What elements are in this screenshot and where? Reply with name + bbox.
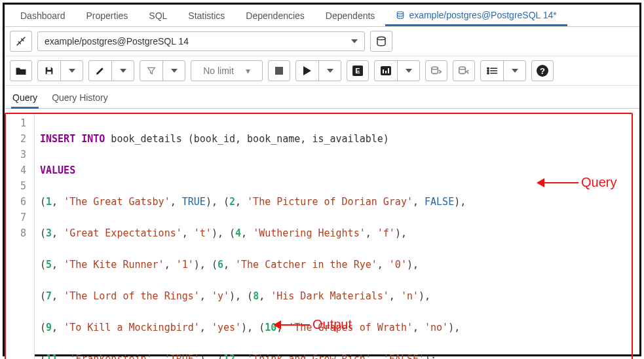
annotation-query: Query bbox=[537, 175, 616, 190]
tab-sql[interactable]: SQL bbox=[138, 7, 178, 25]
line-gutter: 1 2 3 4 5 6 7 8 bbox=[6, 114, 35, 359]
limit-label: No limit bbox=[203, 66, 234, 76]
macros-button[interactable] bbox=[481, 60, 503, 81]
tab-query[interactable]: Query bbox=[11, 90, 39, 109]
line-number: 3 bbox=[9, 147, 26, 162]
filter-icon bbox=[146, 66, 157, 76]
commit-button[interactable] bbox=[425, 60, 447, 81]
svg-point-10 bbox=[487, 73, 489, 74]
svg-point-5 bbox=[459, 67, 466, 69]
save-dropdown[interactable] bbox=[60, 60, 83, 81]
chevron-down-icon bbox=[351, 39, 358, 43]
database-rollback-icon bbox=[457, 66, 470, 76]
chevron-down-icon bbox=[512, 69, 518, 73]
line-number: 7 bbox=[9, 210, 26, 225]
connection-status-button[interactable] bbox=[10, 31, 32, 52]
annotation-output: Output bbox=[273, 317, 352, 332]
database-icon bbox=[375, 35, 387, 47]
chevron-down-icon bbox=[120, 69, 126, 73]
explain-button[interactable]: E bbox=[347, 60, 369, 81]
arrow-left-icon bbox=[273, 320, 281, 330]
annotation-output-label: Output bbox=[313, 317, 352, 332]
tab-dependents[interactable]: Dependents bbox=[315, 7, 386, 25]
tab-connection[interactable]: example/postgres@PostgreSQL 14* bbox=[385, 6, 567, 26]
tab-dashboard[interactable]: Dashboard bbox=[10, 7, 76, 25]
svg-rect-3 bbox=[47, 71, 52, 74]
line-number: 8 bbox=[9, 225, 26, 241]
line-number: 6 bbox=[9, 194, 26, 210]
database-commit-icon bbox=[430, 66, 443, 76]
edit-button[interactable] bbox=[89, 60, 111, 81]
macros-dropdown[interactable] bbox=[503, 60, 525, 81]
explain-analyze-dropdown[interactable] bbox=[397, 60, 419, 81]
plug-disconnected-icon bbox=[15, 35, 27, 47]
open-file-button[interactable] bbox=[10, 60, 32, 81]
chevron-down-icon bbox=[406, 69, 412, 73]
execute-dropdown[interactable] bbox=[318, 60, 341, 81]
line-number: 1 bbox=[9, 115, 26, 131]
chevron-down-icon bbox=[327, 69, 333, 73]
help-icon: ? bbox=[537, 65, 548, 77]
main-tabbar: Dashboard Properties SQL Statistics Depe… bbox=[5, 5, 639, 27]
filter-button[interactable] bbox=[140, 60, 162, 81]
connection-selected-label: example/postgres@PostgreSQL 14 bbox=[45, 36, 189, 47]
line-number: 4 bbox=[9, 162, 26, 178]
line-number: 2 bbox=[9, 131, 26, 147]
tab-connection-label: example/postgres@PostgreSQL 14* bbox=[409, 10, 556, 20]
execute-button[interactable] bbox=[296, 60, 318, 81]
limit-select[interactable]: No limit ▾ bbox=[191, 60, 263, 81]
connection-select[interactable]: example/postgres@PostgreSQL 14 bbox=[37, 31, 365, 51]
edit-button-group bbox=[88, 60, 134, 81]
annotation-query-label: Query bbox=[581, 175, 616, 190]
save-button-group bbox=[37, 60, 83, 81]
sql-code[interactable]: INSERT INTO book_details (book_id, book_… bbox=[35, 114, 471, 359]
toolbar: No limit ▾ E bbox=[5, 56, 639, 86]
execute-button-group bbox=[295, 60, 341, 81]
explain-analyze-group bbox=[374, 60, 420, 81]
tab-dependencies[interactable]: Dependencies bbox=[235, 7, 315, 25]
pencil-icon bbox=[95, 66, 105, 76]
explain-analyze-button[interactable] bbox=[375, 60, 397, 81]
stop-icon bbox=[275, 67, 283, 75]
rollback-button[interactable] bbox=[453, 60, 475, 81]
filter-dropdown[interactable] bbox=[162, 60, 185, 81]
new-connection-button[interactable] bbox=[370, 31, 392, 52]
explain-icon: E bbox=[352, 66, 363, 76]
tab-properties[interactable]: Properties bbox=[76, 7, 139, 25]
svg-point-0 bbox=[398, 11, 404, 14]
chevron-down-icon bbox=[171, 69, 178, 73]
save-icon bbox=[44, 66, 54, 76]
svg-point-6 bbox=[487, 67, 489, 69]
connection-row: example/postgres@PostgreSQL 14 bbox=[5, 27, 639, 56]
tab-query-history[interactable]: Query History bbox=[50, 90, 109, 108]
bar-chart-icon bbox=[381, 66, 391, 75]
query-tool-icon bbox=[396, 10, 405, 20]
help-button[interactable]: ? bbox=[531, 60, 554, 81]
svg-point-4 bbox=[432, 67, 438, 69]
folder-icon bbox=[15, 66, 27, 76]
save-button[interactable] bbox=[38, 60, 60, 81]
macros-button-group bbox=[480, 60, 526, 81]
stop-button[interactable] bbox=[268, 60, 290, 81]
filter-button-group bbox=[140, 60, 185, 81]
query-tabs: Query Query History bbox=[5, 86, 639, 109]
svg-point-8 bbox=[487, 70, 489, 71]
edit-dropdown[interactable] bbox=[111, 60, 134, 81]
arrow-left-icon bbox=[537, 178, 544, 187]
svg-rect-2 bbox=[47, 67, 50, 70]
list-icon bbox=[486, 66, 498, 75]
tab-statistics[interactable]: Statistics bbox=[178, 7, 235, 25]
chevron-down-icon bbox=[69, 69, 75, 73]
line-number: 5 bbox=[9, 178, 26, 194]
play-icon bbox=[303, 66, 311, 75]
svg-point-1 bbox=[377, 37, 385, 40]
